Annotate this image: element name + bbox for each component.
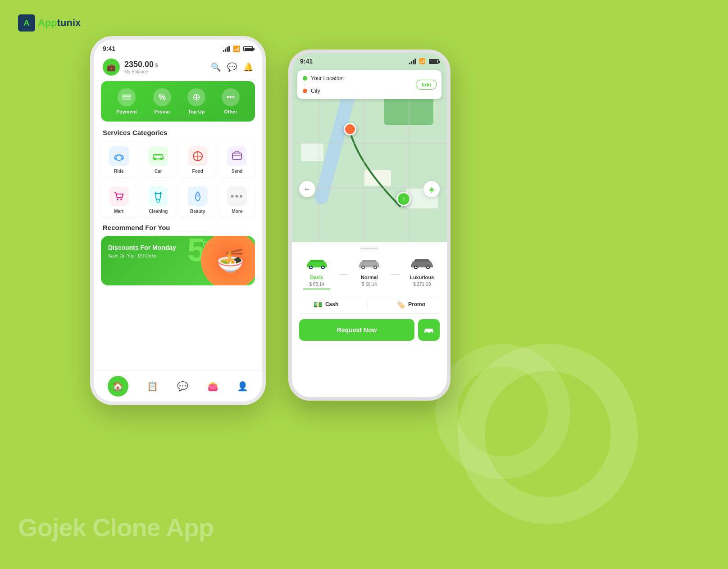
home-nav-icon: 🏠 (108, 376, 128, 397)
svg-point-26 (362, 266, 364, 268)
start-marker (344, 123, 356, 135)
promo-food-image: 🍜 (201, 236, 255, 285)
bottom-title: Gojek Clone App (18, 513, 214, 542)
payment-row: 💵 Cash 🏷️ Promo (299, 296, 440, 314)
promo-payment[interactable]: 🏷️ Promo (396, 300, 425, 309)
svg-point-22 (310, 266, 312, 268)
destination-marker: ↑ (396, 192, 411, 206)
map-back-button[interactable]: ← (299, 181, 315, 197)
phone1-home-screen: 9:41 📶 💼 (90, 36, 266, 405)
other-banner-label: Other (224, 109, 237, 114)
phone2-ride-screen: 9:41 📶 (288, 50, 450, 401)
svg-point-5 (154, 158, 156, 160)
svg-point-28 (374, 266, 376, 268)
car-option-normal[interactable]: Normal $ 68.14 (356, 255, 383, 289)
balance-amount: 2350.00 (124, 60, 154, 69)
car-options: Basic $ 88.14 (299, 255, 440, 289)
nav-profile[interactable]: 👤 (237, 381, 248, 392)
mart-label: Mart (114, 209, 123, 214)
svg-point-12 (117, 199, 118, 200)
cash-payment[interactable]: 💵 Cash (314, 300, 338, 309)
service-food[interactable]: Food (180, 141, 216, 177)
recommend-title: Recommend For You (94, 221, 262, 236)
payment-banner-icon (118, 88, 136, 106)
map-compass-button[interactable]: ◈ (423, 181, 440, 197)
service-beauty[interactable]: Beauty (180, 181, 216, 217)
balance-header: 💼 2350.00 $ My Balance 🔍 💬 🔔 (94, 54, 262, 81)
payment-banner-label: Payment (116, 109, 137, 114)
banner-other[interactable]: ••• Other (222, 88, 240, 114)
green-banner: Payment % Promo ⊕ Top Up (101, 81, 255, 122)
request-now-button[interactable]: Request Now (299, 319, 414, 341)
bottom-nav: 🏠 📋 💬 👛 👤 (94, 370, 262, 400)
services-grid: Ride Car (94, 141, 262, 221)
signal-bars (223, 46, 230, 52)
nav-home[interactable]: 🏠 (108, 376, 128, 397)
balance-label: My Balance (124, 69, 158, 74)
ride-icon (109, 146, 129, 166)
services-title: Services Categories (94, 127, 262, 141)
status-icons-1: 📶 (223, 45, 253, 52)
svg-point-32 (427, 266, 429, 268)
balance-icon: 💼 (103, 59, 120, 76)
banner-topup[interactable]: ⊕ Top Up (187, 88, 205, 114)
car-option-basic[interactable]: Basic $ 88.14 (303, 255, 330, 289)
promo-banner-label: Promo (154, 109, 170, 114)
mart-icon (109, 186, 129, 206)
nav-orders[interactable]: 📋 (147, 381, 158, 392)
cash-label: Cash (325, 301, 338, 307)
car-detail-button[interactable] (418, 319, 440, 341)
luxurious-car-icon (409, 255, 436, 273)
promo-banner-icon: % (153, 88, 171, 106)
apptunix-logo: A Apptunix (18, 14, 81, 32)
topup-banner-label: Top Up (188, 109, 205, 114)
food-icon (188, 146, 208, 166)
bg-decoration-2 (435, 344, 570, 479)
normal-car-icon (356, 255, 383, 273)
nav-chat[interactable]: 💬 (177, 381, 188, 392)
topup-banner-icon: ⊕ (187, 88, 205, 106)
normal-label: Normal (361, 275, 378, 280)
svg-point-3 (114, 158, 117, 160)
banner-payment[interactable]: Payment (116, 88, 137, 114)
normal-price: $ 68.14 (362, 282, 377, 287)
food-label: Food (192, 169, 203, 174)
send-icon (227, 146, 247, 166)
status-time-1: 9:41 (103, 45, 115, 52)
map-area: 9:41 📶 (292, 53, 447, 242)
search-action-icon[interactable]: 🔍 (211, 62, 221, 72)
location-divider (305, 83, 305, 86)
svg-rect-1 (122, 95, 131, 97)
promo-card[interactable]: Discounts For Monday Save On Your 1St Or… (101, 236, 255, 285)
chat-action-icon[interactable]: 💬 (227, 62, 237, 72)
nav-wallet[interactable]: 👛 (207, 381, 218, 392)
promo-payment-label: Promo (408, 301, 425, 307)
to-dot (303, 89, 307, 93)
basic-label: Basic (310, 275, 323, 280)
logo-text: Apptunix (38, 17, 81, 29)
svg-point-33 (426, 332, 428, 334)
service-cleaning[interactable]: Cleaning (141, 181, 177, 217)
service-car[interactable]: Car (141, 141, 177, 177)
cleaning-label: Cleaning (149, 209, 168, 214)
service-more[interactable]: ••• More (219, 181, 255, 217)
balance-left: 💼 2350.00 $ My Balance (103, 59, 158, 76)
logo-icon: A (18, 14, 35, 32)
car-option-luxurious[interactable]: Luxurious $ 271.19 (409, 255, 436, 289)
status-icons-2: 📶 (409, 58, 439, 64)
service-ride[interactable]: Ride (101, 141, 137, 177)
from-dot (303, 76, 307, 81)
banner-promo[interactable]: % Promo (153, 88, 171, 114)
more-label: More (232, 209, 242, 214)
luxurious-price: $ 271.19 (413, 282, 431, 287)
svg-rect-10 (232, 153, 241, 159)
notification-action-icon[interactable]: 🔔 (243, 62, 253, 72)
phone1-content: 💼 2350.00 $ My Balance 🔍 💬 🔔 (94, 54, 262, 400)
basic-price: $ 88.14 (309, 282, 324, 287)
from-location-row: Your Location (303, 74, 436, 83)
profile-nav-icon: 👤 (237, 381, 248, 392)
edit-location-button[interactable]: Edit (416, 80, 437, 90)
service-mart[interactable]: Mart (101, 181, 137, 217)
service-send[interactable]: Send (219, 141, 255, 177)
send-label: Send (232, 169, 242, 174)
